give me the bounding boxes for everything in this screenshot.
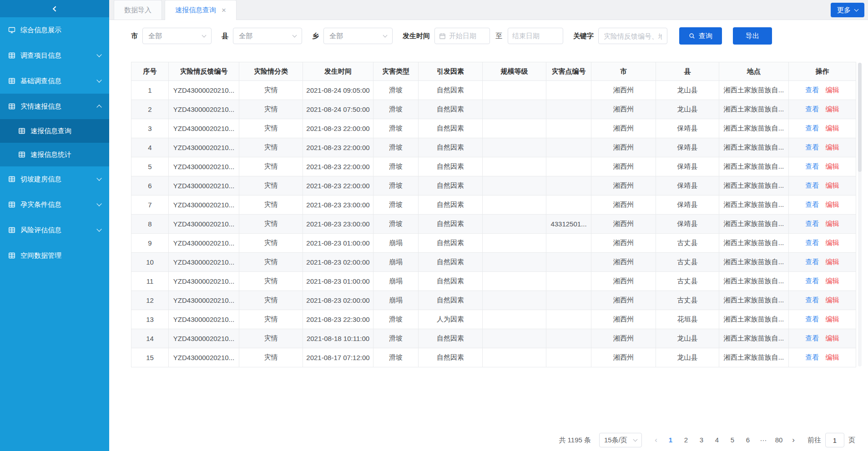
sidebar-item-label: 调查项目信息 [20,51,61,60]
cell-county: 保靖县 [656,195,719,215]
sidebar-item-4[interactable]: 切坡建房信息 [0,166,109,192]
sidebar-item-1[interactable]: 调查项目信息 [0,43,109,68]
chevron-down-icon [293,33,297,37]
view-link[interactable]: 查看 [806,86,819,94]
prev-page-button[interactable]: ‹ [649,436,663,445]
sidebar-subitem-3-0[interactable]: 速报信息查询 [0,119,109,143]
cell-place: 湘西土家族苗族自... [719,272,789,291]
sidebar-item-2[interactable]: 基础调查信息 [0,68,109,94]
view-link[interactable]: 查看 [806,220,819,227]
county-select[interactable]: 全部 [233,28,302,44]
end-date-input[interactable]: 结束日期 [508,28,563,44]
edit-link[interactable]: 编辑 [826,334,839,342]
cell-code: YZD43000020210... [169,291,239,310]
view-link[interactable]: 查看 [806,200,819,208]
start-date-input[interactable]: 开始日期 [434,28,490,44]
export-button[interactable]: 导出 [733,27,772,45]
cell-point [546,310,591,329]
table-header-row: 序号灾险情反馈编号灾险情分类发生时间灾害类型引发因素规模等级灾害点编号市县地点操… [131,62,856,81]
tab-close-icon[interactable]: × [222,6,226,14]
edit-link[interactable]: 编辑 [826,220,839,227]
search-button[interactable]: 查询 [679,27,722,45]
table-row: 3YZD43000020210...灾情2021-08-23 22:00:00滑… [131,119,856,138]
cell-place: 湘西土家族苗族自... [719,310,789,329]
sidebar-item-label: 孕灾条件信息 [20,200,61,209]
cell-time: 2021-08-18 10:11:00 [303,329,373,348]
sidebar-item-0[interactable]: 综合信息展示 [0,17,109,43]
edit-link[interactable]: 编辑 [826,181,839,189]
edit-link[interactable]: 编辑 [826,353,839,361]
sidebar-collapse-button[interactable] [0,0,109,17]
sidebar-subitem-3-1[interactable]: 速报信息统计 [0,143,109,166]
cell-actions: 查看编辑 [789,291,856,310]
view-link[interactable]: 查看 [806,277,819,285]
view-link[interactable]: 查看 [806,315,819,323]
page-button-5[interactable]: 5 [726,433,739,447]
view-link[interactable]: 查看 [806,181,819,189]
cell-city: 湘西州 [591,329,656,348]
cell-place: 湘西土家族苗族自... [719,138,789,157]
tab-data-import[interactable]: 数据导入 [114,0,162,20]
start-date-placeholder: 开始日期 [449,32,476,40]
view-link[interactable]: 查看 [806,334,819,342]
keyword-input[interactable] [598,28,667,44]
cell-type: 崩塌 [373,234,419,253]
page-button-3[interactable]: 3 [695,433,708,447]
view-link[interactable]: 查看 [806,258,819,266]
view-link[interactable]: 查看 [806,296,819,304]
cell-factor: 人为因素 [419,310,483,329]
edit-link[interactable]: 编辑 [826,315,839,323]
view-link[interactable]: 查看 [806,162,819,170]
sidebar-item-label: 基础调查信息 [20,77,61,85]
edit-link[interactable]: 编辑 [826,239,839,246]
cell-county: 龙山县 [656,100,719,119]
cell-factor: 自然因素 [419,119,483,138]
page-button-6[interactable]: 6 [741,433,755,447]
edit-link[interactable]: 编辑 [826,86,839,94]
city-filter-label: 市 [131,32,138,40]
cell-no: 9 [131,234,169,253]
page-button-80[interactable]: 80 [772,433,786,447]
edit-link[interactable]: 编辑 [826,277,839,285]
edit-link[interactable]: 编辑 [826,124,839,132]
edit-link[interactable]: 编辑 [826,296,839,304]
view-link[interactable]: 查看 [806,143,819,151]
content-panel: 市 全部 县 全部 乡 全部 发生时间 开始日期 至 [109,20,868,451]
view-link[interactable]: 查看 [806,105,819,113]
city-select[interactable]: 全部 [142,28,212,44]
more-button[interactable]: 更多 [831,3,864,17]
page-button-2[interactable]: 2 [679,433,693,447]
edit-link[interactable]: 编辑 [826,162,839,170]
search-button-label: 查询 [699,32,712,40]
sidebar-item-3[interactable]: 灾情速报信息 [0,94,109,119]
page-button-4[interactable]: 4 [710,433,724,447]
sidebar-item-7[interactable]: 空间数据管理 [0,243,109,268]
cell-city: 湘西州 [591,291,656,310]
page-size-value: 15条/页 [604,436,627,445]
edit-link[interactable]: 编辑 [826,105,839,113]
page-button-1[interactable]: 1 [664,433,677,447]
cell-city: 湘西州 [591,81,656,100]
view-link[interactable]: 查看 [806,353,819,361]
cell-place: 湘西土家族苗族自... [719,348,789,367]
view-link[interactable]: 查看 [806,239,819,246]
vertical-scrollbar[interactable] [858,63,862,366]
township-select[interactable]: 全部 [323,28,393,44]
goto-page-input[interactable] [825,433,844,447]
cell-no: 13 [131,310,169,329]
cell-time: 2021-08-24 07:50:00 [303,100,373,119]
cell-point [546,119,591,138]
sidebar-item-6[interactable]: 风险评估信息 [0,217,109,243]
edit-link[interactable]: 编辑 [826,258,839,266]
edit-link[interactable]: 编辑 [826,200,839,208]
edit-link[interactable]: 编辑 [826,143,839,151]
view-link[interactable]: 查看 [806,124,819,132]
tab-report-query[interactable]: 速报信息查询 × [165,0,237,20]
scrollbar-thumb[interactable] [858,63,862,172]
page-size-select[interactable]: 15条/页 [599,433,642,447]
next-page-button[interactable]: › [787,436,800,445]
page-ellipsis[interactable]: ··· [757,433,770,447]
chevron-up-icon [96,105,101,110]
column-header: 操作 [789,62,856,81]
sidebar-item-5[interactable]: 孕灾条件信息 [0,192,109,217]
